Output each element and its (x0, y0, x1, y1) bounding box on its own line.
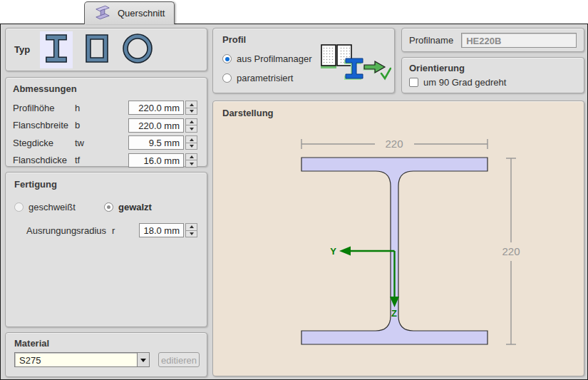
um-90-grad-checkbox[interactable] (409, 78, 418, 87)
profilmanager-icons (320, 41, 391, 85)
profilname-field[interactable]: HE220B (461, 33, 577, 48)
type-box-profile-button[interactable] (81, 31, 113, 68)
ausrundungsradius-down-button[interactable] (186, 231, 197, 237)
box-profile-icon (85, 34, 109, 66)
flanschdicke-symbol: tf (75, 155, 82, 165)
flanschbreite-up-button[interactable] (186, 119, 197, 126)
flanschbreite-label: Flanschbreite (13, 120, 75, 130)
ausrundungsradius-stepper: 18.0 mm (139, 223, 197, 237)
ausrundungsradius-row: Ausrungungsradius r 18.0 mm (14, 223, 197, 237)
fertigung-title: Fertigung (14, 179, 197, 190)
profilhoehe-spin-buttons (185, 101, 197, 115)
flanschbreite-row: Flanschbreite b 220.0 mm (13, 117, 197, 135)
tab-querschnitt[interactable]: Querschnitt (84, 1, 175, 24)
stegdicke-down-button[interactable] (186, 143, 197, 150)
aus-profilmanager-label: aus Profilmanager (237, 53, 312, 64)
geschweisst-radio[interactable] (14, 202, 24, 212)
apply-arrow-icon (363, 61, 385, 74)
editieren-button[interactable]: editieren (158, 352, 200, 367)
stegdicke-field[interactable]: 9.5 mm (128, 135, 184, 150)
stegdicke-row: Stegdicke tw 9.5 mm (13, 134, 197, 152)
ausrundungsradius-field[interactable]: 18.0 mm (139, 223, 184, 237)
flanschdicke-row: Flanschdicke tf 16.0 mm (13, 152, 197, 170)
stegdicke-symbol: tw (75, 138, 82, 148)
stegdicke-spin-buttons (185, 135, 197, 150)
material-row: S275 editieren (14, 352, 200, 367)
type-round-profile-button[interactable] (121, 31, 154, 68)
profile-manager-book-icon (321, 45, 351, 68)
profilhoehe-down-button[interactable] (186, 108, 197, 115)
i-profile-icon (44, 32, 68, 67)
flanschdicke-up-button[interactable] (186, 154, 197, 161)
flanschdicke-field[interactable]: 16.0 mm (128, 153, 184, 168)
flanschbreite-field[interactable]: 220.0 mm (128, 118, 184, 133)
flanschdicke-label: Flanschdicke (13, 155, 75, 165)
material-selected-value: S275 (15, 353, 137, 366)
profilhoehe-stepper: 220.0 mm (128, 101, 197, 115)
parametrisiert-label: parametrisiert (237, 73, 293, 83)
material-select[interactable]: S275 (14, 352, 150, 367)
parametrisiert-radio[interactable] (222, 73, 232, 83)
abmessungen-title: Abmessungen (13, 83, 197, 94)
geschweisst-label: geschweißt (29, 202, 104, 212)
ausrundungsradius-symbol: r (112, 225, 115, 236)
y-axis-arrow (339, 247, 395, 256)
flanschbreite-symbol: b (75, 120, 82, 130)
typ-label: Typ (14, 44, 30, 55)
cross-section-drawing: 220 220 Y (213, 101, 584, 376)
aus-profilmanager-radio[interactable] (222, 54, 232, 63)
ausrundungsradius-label: Ausrungungsradius (26, 225, 106, 236)
profilhoehe-symbol: h (75, 103, 82, 113)
material-panel: Material S275 editieren (5, 332, 207, 377)
y-axis-label: Y (330, 246, 336, 257)
fertigung-radio-row: geschweißt gewalzt (14, 202, 197, 212)
typ-panel: Typ (5, 28, 207, 71)
profilhoehe-label: Profilhöhe (13, 103, 75, 113)
profilhoehe-row: Profilhöhe h 220.0 mm (13, 99, 197, 117)
type-i-profile-button[interactable] (40, 31, 73, 68)
flanschbreite-down-button[interactable] (186, 125, 197, 132)
fertigung-panel: Fertigung geschweißt gewalzt Ausrungungs… (5, 172, 207, 327)
ausrundungsradius-up-button[interactable] (186, 224, 197, 231)
stegdicke-up-button[interactable] (186, 136, 197, 143)
round-profile-icon (122, 33, 153, 66)
profilname-panel: Profilname HE220B (401, 28, 584, 52)
gewalzt-label: gewalzt (118, 202, 152, 212)
profilhoehe-field[interactable]: 220.0 mm (128, 101, 184, 115)
profilname-label: Profilname (409, 35, 453, 46)
profilhoehe-up-button[interactable] (186, 101, 197, 108)
darstellung-panel: Darstellung 220 (212, 101, 584, 376)
ibeam-3d-icon (94, 4, 111, 23)
stegdicke-label: Stegdicke (13, 138, 75, 148)
flanschdicke-down-button[interactable] (186, 160, 197, 167)
tab-label: Querschnitt (118, 8, 165, 19)
ok-check-icon (381, 68, 391, 78)
profil-panel: Profil aus Profilmanager parametrisiert (212, 28, 395, 93)
z-axis-label: Z (391, 308, 397, 319)
gewalzt-radio[interactable] (104, 202, 113, 212)
flanschdicke-stepper: 16.0 mm (128, 153, 197, 168)
orientierung-title: Orientierung (409, 63, 584, 73)
orientierung-row: um 90 Grad gedreht (409, 77, 584, 88)
flanschbreite-stepper: 220.0 mm (128, 118, 197, 133)
height-dimension-label: 220 (502, 245, 520, 257)
orientierung-panel: Orientierung um 90 Grad gedreht (401, 57, 584, 93)
flanschbreite-spin-buttons (185, 118, 197, 133)
stegdicke-stepper: 9.5 mm (128, 135, 197, 150)
material-title: Material (14, 338, 200, 349)
width-dimension-label: 220 (385, 138, 403, 150)
um-90-grad-label: um 90 Grad gedreht (423, 77, 506, 88)
abmessungen-panel: Abmessungen Profilhöhe h 220.0 mm Flansc… (5, 77, 207, 167)
querschnitt-dialog: Querschnitt Typ (0, 0, 588, 380)
ausrundungsradius-spin-buttons (185, 223, 197, 237)
ibeam-letter-icon (344, 58, 363, 80)
dropdown-arrow-icon[interactable] (137, 353, 149, 366)
main-window: Typ (0, 24, 588, 380)
flanschdicke-spin-buttons (185, 153, 197, 168)
